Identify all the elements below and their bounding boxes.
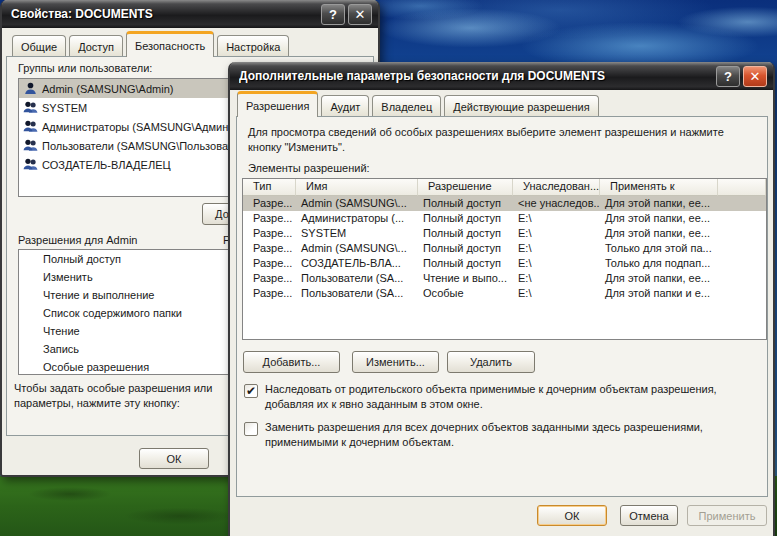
table-cell: Разре... — [243, 286, 296, 301]
table-cell: Для этой папки, ее... — [600, 271, 718, 286]
table-cell: Разре... — [243, 211, 296, 226]
replace-checkbox-label: Заменить разрешения для всех дочерних об… — [265, 420, 759, 450]
table-cell — [718, 241, 766, 256]
entries-label: Элементы разрешений: — [248, 162, 370, 174]
cancel-button[interactable]: Отмена — [620, 505, 678, 526]
table-cell: E:\ — [513, 256, 600, 271]
group-icon — [23, 157, 38, 172]
replace-checkbox[interactable] — [244, 422, 258, 436]
table-cell: Разре... — [243, 196, 296, 211]
permission-entries-table[interactable]: ТипИмяРазрешениеУнаследован...Применять … — [242, 178, 767, 340]
table-cell — [718, 271, 766, 286]
table-cell: Для этой папки, ее... — [600, 226, 718, 241]
properties-titlebar[interactable]: Свойства: DOCUMENTS ? ✕ — [2, 0, 378, 28]
tab-general[interactable]: Общие — [12, 35, 66, 57]
table-cell: Для этой папки и е... — [600, 286, 718, 301]
special-permissions-hint: Чтобы задать особые разрешения или парам… — [14, 381, 230, 411]
add-button[interactable]: Добавить... — [243, 351, 340, 373]
advanced-security-dialog: Дополнительные параметры безопасности дл… — [228, 62, 775, 536]
table-row[interactable]: Разре...Администраторы (...Полный доступ… — [243, 211, 766, 226]
tab-permissions[interactable]: Разрешения — [237, 91, 318, 117]
list-item-label: Admin (SAMSUNG\Admin) — [42, 83, 173, 95]
inherit-checkbox[interactable]: ✔ — [244, 384, 258, 398]
table-row[interactable]: Разре...Admin (SAMSUNG\...Полный доступE… — [243, 241, 766, 256]
table-cell — [718, 211, 766, 226]
table-cell: Разре... — [243, 256, 296, 271]
instruction-text: Для просмотра сведений об особых разреше… — [248, 125, 756, 155]
edit-button[interactable]: Изменить... — [352, 351, 439, 373]
table-cell: Администраторы (... — [296, 211, 418, 226]
user-icon — [23, 81, 38, 96]
table-cell: Для этой папки, ее... — [600, 196, 718, 211]
group-icon — [23, 100, 38, 115]
group-icon — [23, 138, 38, 153]
table-cell: Полный доступ — [418, 256, 513, 271]
inherit-checkbox-label: Наследовать от родительского объекта при… — [265, 382, 759, 412]
close-icon[interactable]: ✕ — [348, 4, 372, 25]
table-cell — [718, 256, 766, 271]
tab-audit[interactable]: Аудит — [321, 95, 369, 117]
table-cell: Только для подпап... — [600, 256, 718, 271]
table-cell — [718, 286, 766, 301]
table-cell: Чтение и выпо... — [418, 271, 513, 286]
tab-owner[interactable]: Владелец — [372, 95, 441, 117]
group-icon — [23, 119, 38, 134]
help-button[interactable]: ? — [716, 66, 740, 87]
table-cell: Особые — [418, 286, 513, 301]
column-header[interactable]: Имя — [296, 179, 418, 196]
advanced-title: Дополнительные параметры безопасности дл… — [239, 69, 713, 83]
table-row[interactable]: Разре...СОЗДАТЕЛЬ-ВЛА...Полный доступE:\… — [243, 256, 766, 271]
tab-effective-permissions[interactable]: Действующие разрешения — [444, 95, 598, 117]
tab-security[interactable]: Безопасность — [126, 31, 214, 57]
table-cell: Пользователи (SA... — [296, 271, 418, 286]
table-cell: Разре... — [243, 271, 296, 286]
column-header[interactable]: Применять к — [600, 179, 718, 196]
list-item-label: Пользователи (SAMSUNG\Пользователи) — [42, 140, 255, 152]
table-header: ТипИмяРазрешениеУнаследован...Применять … — [243, 179, 766, 196]
properties-title: Свойства: DOCUMENTS — [11, 7, 318, 21]
list-item-label: SYSTEM — [42, 102, 87, 114]
close-icon[interactable]: ✕ — [743, 66, 767, 87]
table-row[interactable]: Разре...Пользователи (SA...ОсобыеE:\Для … — [243, 286, 766, 301]
apply-button: Применить — [687, 505, 767, 526]
advanced-titlebar[interactable]: Дополнительные параметры безопасности дл… — [230, 62, 773, 90]
table-cell: Разре... — [243, 241, 296, 256]
groups-label: Группы или пользователи: — [18, 62, 152, 74]
table-cell: Только для этой па... — [600, 241, 718, 256]
list-item-label: СОЗДАТЕЛЬ-ВЛАДЕЛЕЦ — [42, 159, 171, 171]
table-cell: Разре... — [243, 226, 296, 241]
table-cell: Для этой папки, ее... — [600, 211, 718, 226]
table-cell: E:\ — [513, 241, 600, 256]
table-cell — [718, 226, 766, 241]
table-cell: Полный доступ — [418, 211, 513, 226]
table-row[interactable]: Разре...SYSTEMПолный доступE:\Для этой п… — [243, 226, 766, 241]
table-row[interactable]: Разре...Admin (SAMSUNG\...Полный доступ<… — [243, 196, 766, 211]
tab-sharing[interactable]: Доступ — [69, 35, 123, 57]
remove-button[interactable]: Удалить — [447, 351, 535, 373]
help-button[interactable]: ? — [321, 4, 345, 25]
table-cell: E:\ — [513, 211, 600, 226]
column-header[interactable]: Унаследован... — [513, 179, 600, 196]
table-cell: E:\ — [513, 271, 600, 286]
table-cell: Пользователи (SA... — [296, 286, 418, 301]
table-cell: E:\ — [513, 286, 600, 301]
column-header[interactable]: Тип — [243, 179, 296, 196]
table-cell — [718, 196, 766, 211]
table-cell: <не унаследов... — [513, 196, 600, 211]
table-cell: Полный доступ — [418, 241, 513, 256]
table-cell: Полный доступ — [418, 196, 513, 211]
ok-button[interactable]: ОК — [139, 448, 209, 469]
table-cell: Admin (SAMSUNG\... — [296, 241, 418, 256]
table-cell: СОЗДАТЕЛЬ-ВЛА... — [296, 256, 418, 271]
ok-button[interactable]: ОК — [537, 505, 607, 526]
column-header[interactable]: Разрешение — [418, 179, 513, 196]
tab-customize[interactable]: Настройка — [217, 35, 289, 57]
table-cell: Admin (SAMSUNG\... — [296, 196, 418, 211]
table-cell: SYSTEM — [296, 226, 418, 241]
column-header[interactable] — [718, 179, 766, 196]
table-row[interactable]: Разре...Пользователи (SA...Чтение и выпо… — [243, 271, 766, 286]
table-cell: E:\ — [513, 226, 600, 241]
table-cell: Полный доступ — [418, 226, 513, 241]
permissions-for-label: Разрешения для Admin — [18, 234, 137, 246]
